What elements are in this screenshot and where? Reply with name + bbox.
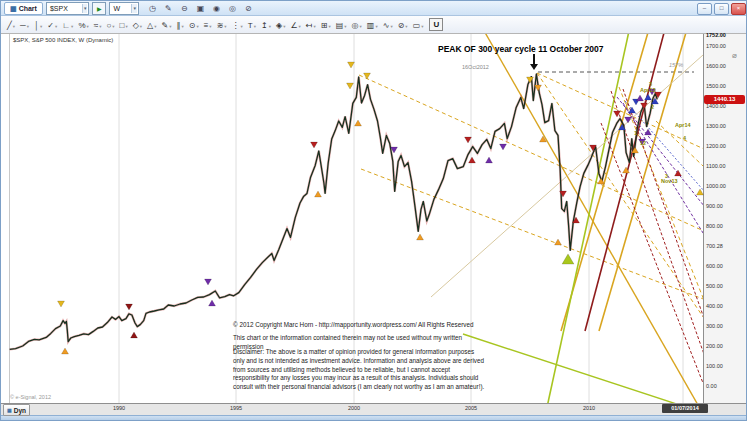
play-icon: ▶ [97,5,102,12]
vertical-dots-tool-glyph: ⋮ [232,19,240,32]
prohibit-tool-glyph: ⊘ [398,19,405,32]
vertical-dots-tool[interactable]: ⋮▾ [230,18,245,32]
polyline-tool-glyph: ✓ [47,19,54,32]
text-tool[interactable]: T▾ [246,18,258,32]
time-axis[interactable] [1,403,747,415]
price-axis[interactable] [703,34,747,403]
chevron-down-icon: ▾ [329,21,331,32]
chevron-down-icon: ▾ [390,21,392,32]
chevron-down-icon: ▾ [283,21,285,32]
horizontal-line-tool-glyph: ─ [20,19,26,32]
arrow-left-tool[interactable]: ↤▾ [304,18,318,32]
chevron-down-icon: ▾ [55,21,57,32]
chevron-down-icon: ▾ [224,21,226,32]
chevron-down-icon: ▾ [13,21,15,32]
polyline-tool[interactable]: ✓▾ [45,18,59,32]
rectangle-tool[interactable]: □▾ [118,18,130,32]
underline-button[interactable]: U [429,18,443,31]
dyn-tab[interactable]: ▦ Dyn [3,404,30,416]
arrow-left-tool-glyph: ↤ [306,19,313,32]
app-window: ▦ Chart $SPX ▾ ▶ W ▾ ◷✎⊖▣◉◎⊘ – □ × ╱▾─▾│… [0,0,747,421]
record-circle-icon[interactable]: ◉ [210,2,223,14]
vertical-line-tool[interactable]: │▾ [32,18,44,32]
hatch-tool[interactable]: ▤▾ [334,18,349,32]
chevron-down-icon: ▾ [87,21,89,32]
maximize-button[interactable]: □ [714,3,729,15]
cycle-tool-glyph: ∿ [383,19,390,32]
chevron-down-icon: ▾ [344,21,346,32]
chevron-down-icon: ▾ [405,21,407,32]
window-controls: – □ × [697,3,746,15]
band-tool-glyph: ▥ [367,19,375,32]
chevron-down-icon[interactable]: ▾ [82,4,88,13]
chevron-down-icon: ▾ [314,21,316,32]
fib-lines-tool[interactable]: ≡▾ [202,18,214,32]
chart-tab[interactable]: ▦ Chart [4,2,43,15]
fib-lines-tool-glyph: ≡ [204,19,209,32]
go-button[interactable]: ▶ [92,2,106,15]
wave-tool-glyph: ≈ [94,19,98,32]
chevron-down-icon: ▾ [196,21,198,32]
cycle-tool[interactable]: ∿▾ [381,18,395,32]
box-tool[interactable]: ▭▾ [411,18,426,32]
drawing-toolbar: ╱▾─▾│▾✓▾∟▾%▾≈▾○▾□▾◇▾△▾✎▾∥▾⊙▾≡▾≋▾⋮▾T▾↥▾◈▾… [1,16,747,34]
chevron-down-icon: ▾ [375,21,377,32]
diamond-tool[interactable]: ◇▾ [131,18,144,32]
grid-tool[interactable]: ⊞▾ [319,18,333,32]
chart-tab-label: Chart [19,5,37,12]
grid-tool-glyph: ⊞ [321,19,328,32]
pointer-tool-glyph: ◈ [276,19,282,32]
freehand-tool-glyph: ✎ [161,19,168,32]
angle-tool[interactable]: ∠▾ [288,18,302,32]
ripple-tool-glyph: ≋ [217,19,224,32]
chevron-down-icon: ▾ [209,21,211,32]
minus-circle-icon[interactable]: ⊖ [178,2,191,14]
fib-circle-tool[interactable]: ⊙▾ [187,18,201,32]
band-tool[interactable]: ▥▾ [365,18,380,32]
regression-tool[interactable]: ∟▾ [60,18,75,32]
trendline-tool[interactable]: ╱▾ [5,18,17,32]
symbol-combo[interactable]: $SPX ▾ [46,2,90,15]
close-button[interactable]: × [731,3,746,15]
target-circle-icon[interactable]: ◎ [226,2,239,14]
pin-icon[interactable]: ⌀ [732,51,737,60]
arrow-up-tool[interactable]: ↥▾ [259,18,273,32]
chevron-down-icon: ▾ [169,21,171,32]
angle-tool-glyph: ∠ [290,19,297,32]
arrow-up-tool-glyph: ↥ [261,19,268,32]
wave-tool[interactable]: ≈▾ [92,18,104,32]
chevron-down-icon: ▾ [254,21,256,32]
clock-icon[interactable]: ◷ [146,2,159,14]
dyn-tab-label: Dyn [14,407,26,414]
box-tool-glyph: ▭ [413,19,421,32]
ripple-tool[interactable]: ≋▾ [215,18,229,32]
chart-canvas[interactable] [9,34,703,403]
horizontal-line-tool[interactable]: ─▾ [18,18,31,32]
chart-icon: ▦ [10,5,17,12]
toolbar-icon-group: ◷✎⊖▣◉◎⊘ [146,2,255,14]
prohibit-tool[interactable]: ⊘▾ [396,18,410,32]
studies-box-icon[interactable]: ▣ [194,2,207,14]
percent-retracement-tool[interactable]: %▾ [76,18,90,32]
minimize-button[interactable]: – [697,3,712,15]
chevron-down-icon: ▾ [71,21,73,32]
ellipse-tool-glyph: ○ [106,19,111,32]
chevron-down-icon[interactable]: ▾ [131,4,137,13]
chevron-down-icon: ▾ [27,21,29,32]
interval-combo[interactable]: W ▾ [109,2,139,15]
freehand-tool[interactable]: ✎▾ [159,18,173,32]
parallel-lines-tool-glyph: ∥ [176,19,180,32]
pencil-icon[interactable]: ✎ [162,2,175,14]
chevron-down-icon: ▾ [181,21,183,32]
link-slash-icon[interactable]: ⊘ [242,2,255,14]
chevron-down-icon: ▾ [269,21,271,32]
ellipse-tool[interactable]: ○▾ [104,18,116,32]
chevron-down-icon: ▾ [99,21,101,32]
bullseye-tool[interactable]: ◎▾ [350,18,364,32]
pointer-tool[interactable]: ◈▾ [274,18,287,32]
text-tool-glyph: T [248,19,253,32]
calendar-icon: ▦ [7,407,12,413]
parallel-lines-tool[interactable]: ∥▾ [174,18,185,32]
triangle-tool[interactable]: △▾ [145,18,158,32]
chevron-down-icon: ▾ [299,21,301,32]
